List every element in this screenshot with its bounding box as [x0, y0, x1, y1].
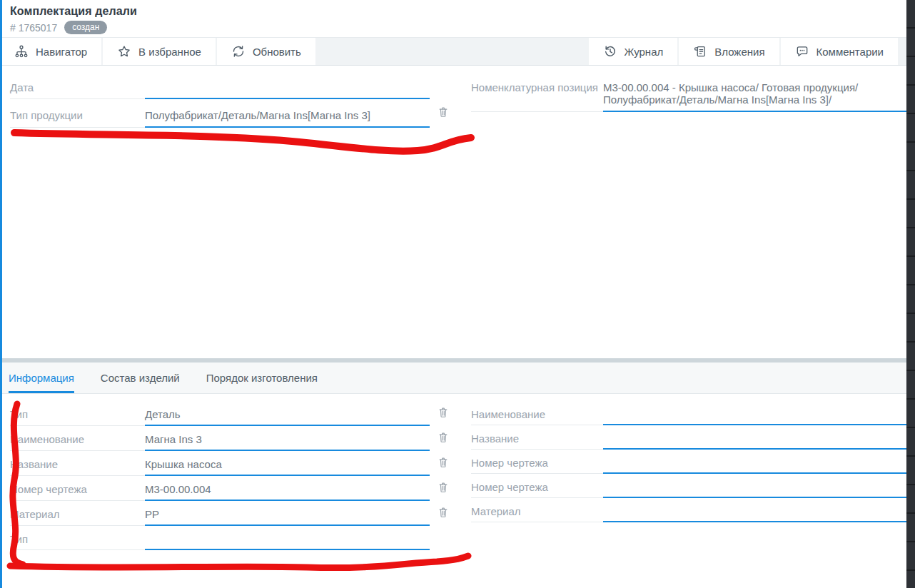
toolbar-button-navigator[interactable]: Навигатор: [0, 38, 101, 65]
main-form-right-column: Номенклатурная позицияМ3-00.00.004 - Кры…: [471, 71, 906, 358]
trash-icon: [437, 406, 450, 419]
trash-icon: [437, 481, 450, 494]
form-field-type-extra: Тип: [10, 526, 450, 550]
delete-icon[interactable]: [437, 506, 450, 519]
toolbar-button-refresh[interactable]: Обновить: [217, 38, 315, 65]
field-value-drawing-number-2[interactable]: [603, 474, 906, 498]
field-label: Номер чертежа: [471, 474, 603, 498]
field-value-material[interactable]: [603, 498, 906, 522]
form-field-material: МатериалPP: [10, 501, 450, 526]
delete-icon[interactable]: [437, 406, 450, 419]
form-field-title: Название: [471, 425, 906, 450]
toolbar-left-group: НавигаторВ избранноеОбновить: [0, 38, 315, 65]
trash-icon: [437, 456, 450, 469]
form-field-drawing-number: Номер чертежаМ3-00.00.004: [10, 476, 450, 501]
field-label: Тип продукции: [10, 99, 145, 128]
record-window: Комплектация делали # 1765017 создан Нав…: [0, 0, 915, 588]
form-field-product-type: Тип продукцииПолуфабрикат/Деталь/Магна I…: [10, 99, 450, 128]
toolbar-button-favorite[interactable]: В избранное: [103, 38, 216, 65]
toolbar: НавигаторВ избранноеОбновить ЖурналВложе…: [0, 37, 915, 66]
toolbar-button-label: Обновить: [253, 46, 301, 58]
toolbar-right-group: ЖурналВложенияКомментарии: [589, 38, 898, 65]
field-label: Наименование: [10, 426, 145, 451]
record-header: Комплектация делали # 1765017 создан: [0, 0, 915, 37]
form-field-drawing-number-2: Номер чертежа: [471, 474, 906, 498]
delete-icon[interactable]: [437, 106, 450, 118]
toolbar-button-label: Комментарии: [817, 46, 884, 58]
tab-information[interactable]: Информация: [9, 363, 74, 393]
record-id: # 1765017: [10, 22, 57, 34]
field-value-name[interactable]: [603, 401, 906, 425]
field-label: Материал: [471, 498, 603, 522]
form-field-date: Дата: [10, 71, 450, 99]
field-actions: [430, 451, 450, 476]
toolbar-button-comments[interactable]: Комментарии: [781, 38, 898, 65]
field-actions: [430, 401, 450, 426]
toolbar-button-label: В избранное: [138, 46, 201, 58]
field-value-type[interactable]: Деталь: [145, 401, 430, 426]
field-label: Дата: [10, 71, 145, 99]
refresh-icon: [231, 44, 246, 59]
field-label: Наименование: [471, 401, 603, 425]
status-badge: создан: [64, 21, 107, 34]
history-icon: [603, 44, 617, 59]
page-title: Комплектация делали: [10, 5, 905, 18]
field-actions: [430, 426, 450, 451]
delete-icon[interactable]: [437, 456, 450, 469]
toolbar-button-attachments[interactable]: Вложения: [679, 38, 779, 65]
trash-icon: [437, 506, 450, 519]
field-value-title[interactable]: Крышка насоса: [145, 451, 430, 476]
field-value-drawing-number[interactable]: [603, 450, 906, 474]
form-field-type: ТипДеталь: [10, 401, 450, 426]
star-icon: [117, 44, 131, 59]
tab-manufacturing-order[interactable]: Порядок изготовления: [206, 363, 318, 393]
field-value-product-type[interactable]: Полуфабрикат/Деталь/Магна Ins[Магна Ins …: [145, 99, 430, 128]
field-actions: [430, 99, 450, 128]
tab-form-right-column: НаименованиеНазваниеНомер чертежаНомер ч…: [471, 401, 906, 550]
field-value-name[interactable]: Магна Ins 3: [145, 426, 430, 451]
form-field-drawing-number: Номер чертежа: [471, 450, 906, 474]
field-label: Тип: [10, 401, 145, 426]
field-actions: [430, 476, 450, 501]
form-field-material: Материал: [471, 498, 906, 522]
navigator-icon: [14, 44, 29, 59]
toolbar-button-label: Вложения: [714, 46, 764, 58]
field-label: Номер чертежа: [10, 476, 145, 501]
comments-icon: [795, 44, 809, 59]
tab-content-form: ТипДетальНаименованиеМагна Ins 3Название…: [0, 394, 915, 550]
form-field-title: НазваниеКрышка насоса: [10, 451, 450, 476]
tab-form-left-column: ТипДетальНаименованиеМагна Ins 3Название…: [10, 401, 450, 550]
tab-product-composition[interactable]: Состав изделий: [101, 363, 180, 393]
delete-icon[interactable]: [437, 481, 450, 494]
field-actions: [430, 501, 450, 526]
trash-icon: [437, 106, 450, 118]
window-scrollbar[interactable]: [906, 0, 915, 588]
attachments-icon: [693, 44, 707, 59]
field-value-material[interactable]: PP: [145, 501, 430, 526]
form-field-name: НаименованиеМагна Ins 3: [10, 426, 450, 451]
toolbar-button-label: Журнал: [625, 46, 664, 58]
field-label: Тип: [10, 526, 145, 550]
toolbar-button-journal[interactable]: Журнал: [589, 38, 678, 65]
main-form-left-column: ДатаТип продукцииПолуфабрикат/Деталь/Маг…: [10, 71, 450, 358]
delete-icon[interactable]: [437, 431, 450, 444]
field-actions: [430, 526, 450, 550]
field-value-title[interactable]: [603, 425, 906, 450]
field-value-type-extra[interactable]: [145, 526, 430, 550]
field-label: Название: [471, 425, 603, 450]
tab-bar: ИнформацияСостав изделийПорядок изготовл…: [0, 363, 915, 394]
red-bracket-horizontal-annotation: [10, 556, 468, 568]
field-actions: [430, 71, 450, 99]
toolbar-button-label: Навигатор: [36, 46, 87, 58]
field-value-date[interactable]: [145, 71, 430, 99]
field-label: Материал: [10, 501, 145, 526]
form-field-nomenclature-position: Номенклатурная позицияМ3-00.00.004 - Кры…: [471, 71, 906, 112]
trash-icon: [437, 431, 450, 444]
field-value-drawing-number[interactable]: М3-00.00.004: [145, 476, 430, 501]
main-form-section: ДатаТип продукцииПолуфабрикат/Деталь/Маг…: [0, 66, 915, 358]
form-field-name: Наименование: [471, 401, 906, 425]
field-label: Номер чертежа: [471, 450, 603, 474]
field-value-nomenclature-position[interactable]: М3-00.00.004 - Крышка насоса/ Готовая пр…: [603, 71, 906, 112]
field-label: Номенклатурная позиция: [471, 71, 603, 112]
field-label: Название: [10, 451, 145, 476]
